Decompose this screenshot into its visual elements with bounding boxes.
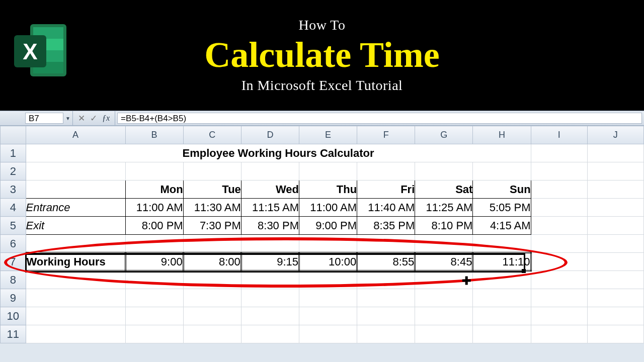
cell-E3[interactable]: Thu: [299, 180, 357, 199]
cell[interactable]: [241, 307, 299, 325]
cell[interactable]: [26, 271, 125, 289]
cell[interactable]: [125, 307, 183, 325]
enter-icon[interactable]: ✓: [90, 113, 97, 124]
cell[interactable]: [531, 199, 587, 217]
cell[interactable]: [587, 253, 643, 271]
cell-D4[interactable]: 11:15 AM: [241, 199, 299, 217]
cell[interactable]: [299, 271, 357, 289]
cell[interactable]: [26, 307, 125, 325]
cell-C5[interactable]: 7:30 PM: [183, 217, 241, 235]
cell[interactable]: [357, 271, 415, 289]
cell-C4[interactable]: 11:30 AM: [183, 199, 241, 217]
cell[interactable]: [183, 162, 241, 180]
cell-H7[interactable]: 11:10: [473, 253, 531, 271]
cell[interactable]: [531, 253, 587, 271]
col-header-B[interactable]: B: [125, 126, 183, 144]
cell[interactable]: [26, 162, 125, 180]
cell[interactable]: [531, 235, 587, 253]
cell[interactable]: [26, 325, 125, 343]
cell-H5[interactable]: 4:15 AM: [473, 217, 531, 235]
cell[interactable]: [299, 325, 357, 343]
cell-E5[interactable]: 9:00 PM: [299, 217, 357, 235]
row-header-1[interactable]: 1: [1, 144, 26, 162]
cell[interactable]: [587, 199, 643, 217]
row-header-11[interactable]: 11: [1, 325, 26, 343]
cell[interactable]: [415, 162, 473, 180]
row-header-3[interactable]: 3: [1, 180, 26, 199]
row-header-9[interactable]: 9: [1, 289, 26, 307]
formula-input[interactable]: =B5-B4+(B4>B5): [117, 113, 642, 124]
row-header-2[interactable]: 2: [1, 162, 26, 180]
cell[interactable]: [26, 235, 125, 253]
cell[interactable]: [125, 325, 183, 343]
cell[interactable]: [183, 325, 241, 343]
row-header-4[interactable]: 4: [1, 199, 26, 217]
cell[interactable]: [357, 162, 415, 180]
select-all-corner[interactable]: [1, 126, 26, 144]
cell-C7[interactable]: 8:00: [183, 253, 241, 271]
sheet-title[interactable]: Employee Working Hours Calculator: [26, 144, 531, 162]
cell[interactable]: [587, 325, 643, 343]
cell[interactable]: [183, 289, 241, 307]
cancel-icon[interactable]: ✕: [78, 113, 85, 124]
col-header-H[interactable]: H: [473, 126, 531, 144]
cell-E4[interactable]: 11:00 AM: [299, 199, 357, 217]
cell[interactable]: [473, 325, 531, 343]
cell[interactable]: [587, 307, 643, 325]
cell[interactable]: [473, 289, 531, 307]
col-header-G[interactable]: G: [415, 126, 473, 144]
cell[interactable]: [587, 144, 643, 162]
cell-B5[interactable]: 8:00 PM: [125, 217, 183, 235]
cell[interactable]: [531, 180, 587, 199]
cell[interactable]: [473, 271, 531, 289]
cell-F7[interactable]: 8:55: [357, 253, 415, 271]
cell[interactable]: [531, 271, 587, 289]
cell[interactable]: [357, 289, 415, 307]
cell-F4[interactable]: 11:40 AM: [357, 199, 415, 217]
row-header-10[interactable]: 10: [1, 307, 26, 325]
cell[interactable]: [26, 289, 125, 307]
col-header-J[interactable]: J: [587, 126, 643, 144]
cell-G5[interactable]: 8:10 PM: [415, 217, 473, 235]
cell-E7[interactable]: 10:00: [299, 253, 357, 271]
cell[interactable]: [241, 271, 299, 289]
cell-B4[interactable]: 11:00 AM: [125, 199, 183, 217]
cell[interactable]: [587, 162, 643, 180]
cell[interactable]: [125, 271, 183, 289]
cell[interactable]: [415, 325, 473, 343]
name-box[interactable]: B7: [25, 113, 63, 124]
cell-D7[interactable]: 9:15: [241, 253, 299, 271]
col-header-A[interactable]: A: [26, 126, 125, 144]
cell-G7[interactable]: 8:45: [415, 253, 473, 271]
cell[interactable]: [587, 180, 643, 199]
row-header-5[interactable]: 5: [1, 217, 26, 235]
col-header-E[interactable]: E: [299, 126, 357, 144]
cell[interactable]: [241, 162, 299, 180]
cell[interactable]: [473, 235, 531, 253]
cell[interactable]: [415, 235, 473, 253]
cell[interactable]: [299, 235, 357, 253]
cell-H3[interactable]: Sun: [473, 180, 531, 199]
row-header-6[interactable]: 6: [1, 235, 26, 253]
cell-F5[interactable]: 8:35 PM: [357, 217, 415, 235]
cell[interactable]: [299, 307, 357, 325]
cell[interactable]: [531, 217, 587, 235]
cell[interactable]: [125, 289, 183, 307]
col-header-D[interactable]: D: [241, 126, 299, 144]
cell-D3[interactable]: Wed: [241, 180, 299, 199]
cell[interactable]: [357, 325, 415, 343]
cell[interactable]: [587, 289, 643, 307]
cell-A3[interactable]: [26, 180, 125, 199]
cell[interactable]: [531, 162, 587, 180]
cell-D5[interactable]: 8:30 PM: [241, 217, 299, 235]
cell[interactable]: [125, 235, 183, 253]
col-header-C[interactable]: C: [183, 126, 241, 144]
cell[interactable]: [415, 289, 473, 307]
cell[interactable]: [531, 289, 587, 307]
cell[interactable]: [183, 235, 241, 253]
cell-A4[interactable]: Entrance: [26, 199, 125, 217]
cell[interactable]: [299, 289, 357, 307]
cell[interactable]: [299, 162, 357, 180]
cell[interactable]: [183, 271, 241, 289]
cell[interactable]: [587, 217, 643, 235]
